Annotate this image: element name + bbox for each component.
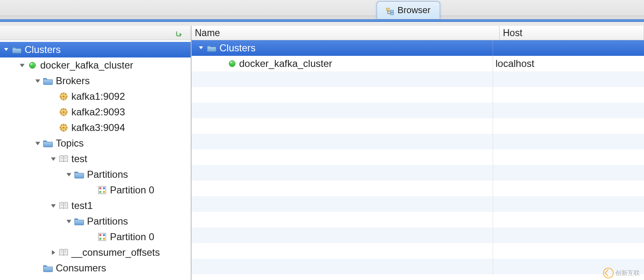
tree-node-topics[interactable]: Topics: [0, 135, 191, 151]
tree-label: docker_kafka_cluster: [39, 60, 133, 71]
tree-node-topic[interactable]: __consumer_offsets: [0, 245, 191, 260]
book-icon: [57, 202, 70, 210]
expand-toggle[interactable]: [49, 203, 57, 209]
status-dot-icon: [227, 60, 238, 67]
sidebar-toolbar: [0, 26, 191, 40]
cell-name: Clusters: [218, 42, 256, 54]
table-row-empty: [192, 259, 644, 274]
tree-node-clusters[interactable]: Clusters: [0, 42, 191, 57]
table-row-empty: [192, 103, 644, 118]
watermark: 创新互联: [603, 268, 640, 278]
tabstrip: Browser: [0, 16, 644, 19]
tree-node-partitions[interactable]: Partitions: [0, 213, 191, 229]
tree: Clusters docker_kafka_cluster Brokers ka…: [0, 40, 191, 276]
grid-icon: [96, 233, 108, 241]
expand-toggle[interactable]: [65, 172, 73, 177]
table-row-empty: [192, 165, 644, 181]
cell-host: localhost: [493, 56, 644, 71]
titlebar: [0, 0, 644, 16]
folder-icon: [42, 264, 54, 272]
tree-label: Consumers: [54, 262, 106, 274]
table-row-empty: [192, 134, 644, 149]
tree-label: test: [70, 153, 87, 165]
watermark-icon: [603, 268, 614, 278]
book-icon: [57, 248, 70, 257]
tree-label: Brokers: [54, 75, 90, 87]
table-row-empty: [192, 243, 644, 259]
grid-icon: [96, 186, 108, 194]
table-body: Clusters docker_kafka_cluster localhost: [192, 40, 644, 280]
tree-node-consumers[interactable]: Consumers: [0, 260, 191, 276]
folder-icon: [11, 46, 23, 54]
tab-label: Browser: [397, 5, 431, 16]
tree-node-partition[interactable]: Partition 0: [0, 182, 191, 198]
tree-label: Partitions: [85, 216, 128, 227]
tree-label: test1: [70, 200, 93, 211]
cell-host: [493, 40, 644, 56]
tree-node-broker[interactable]: kafka3:9094: [0, 120, 191, 135]
table-row[interactable]: Clusters: [192, 40, 644, 56]
table-row-empty: [192, 181, 644, 196]
col-host-header[interactable]: Host: [500, 26, 644, 40]
expand-toggle[interactable]: [65, 218, 73, 224]
gear-icon: [57, 123, 70, 132]
expand-toggle[interactable]: [2, 47, 11, 53]
tree-node-partition[interactable]: Partition 0: [0, 229, 191, 245]
folder-icon: [42, 139, 54, 147]
gear-icon: [57, 92, 70, 101]
col-name-header[interactable]: Name: [192, 26, 500, 40]
detail-panel: Name Host Clusters: [191, 26, 644, 280]
table-row-empty: [192, 227, 644, 243]
tree-label: kafka2:9093: [70, 106, 125, 118]
folder-icon: [73, 217, 85, 225]
tree-label: kafka1:9092: [70, 91, 125, 102]
folder-icon: [73, 170, 85, 179]
status-dot-icon: [26, 62, 39, 69]
folder-icon: [42, 77, 54, 85]
table-row-empty: [192, 71, 644, 87]
expand-toggle[interactable]: [49, 250, 57, 255]
table-row-empty: [192, 118, 644, 134]
tree-node-broker[interactable]: kafka2:9093: [0, 104, 191, 120]
tree-label: Partition 0: [108, 231, 154, 243]
folder-icon: [206, 44, 218, 52]
tree-node-brokers[interactable]: Brokers: [0, 73, 191, 89]
expand-toggle[interactable]: [18, 62, 26, 68]
table-row-empty: [192, 149, 644, 165]
book-icon: [57, 155, 70, 163]
tree-label: Clusters: [23, 44, 61, 55]
tree-label: Partition 0: [108, 184, 154, 196]
expand-toggle[interactable]: [49, 156, 57, 162]
tree-label: kafka3:9094: [70, 122, 125, 133]
tree-label: Topics: [54, 138, 84, 149]
tree-node-topic[interactable]: test: [0, 151, 191, 167]
expand-toggle[interactable]: [34, 78, 42, 84]
tree-node-cluster[interactable]: docker_kafka_cluster: [0, 57, 191, 73]
tree-label: __consumer_offsets: [70, 247, 160, 258]
watermark-label: 创新互联: [615, 269, 640, 277]
column-header: Name Host: [192, 26, 644, 40]
toolbar-gap: [0, 22, 644, 26]
tree-label: Partitions: [85, 169, 128, 180]
table-row[interactable]: docker_kafka_cluster localhost: [192, 56, 644, 71]
tree-node-topic[interactable]: test1: [0, 198, 191, 213]
tree-node-partitions[interactable]: Partitions: [0, 167, 191, 182]
tab-browser[interactable]: Browser: [377, 1, 440, 19]
refresh-button[interactable]: [175, 29, 184, 37]
table-row-empty: [192, 212, 644, 227]
expand-toggle[interactable]: [197, 45, 206, 51]
tree-icon: [386, 7, 394, 14]
cell-name: docker_kafka_cluster: [238, 58, 332, 69]
tree-node-broker[interactable]: kafka1:9092: [0, 89, 191, 104]
sidebar: Clusters docker_kafka_cluster Brokers ka…: [0, 26, 191, 280]
gear-icon: [57, 108, 70, 117]
expand-toggle[interactable]: [34, 140, 42, 146]
table-row-empty: [192, 196, 644, 212]
table-row-empty: [192, 87, 644, 103]
